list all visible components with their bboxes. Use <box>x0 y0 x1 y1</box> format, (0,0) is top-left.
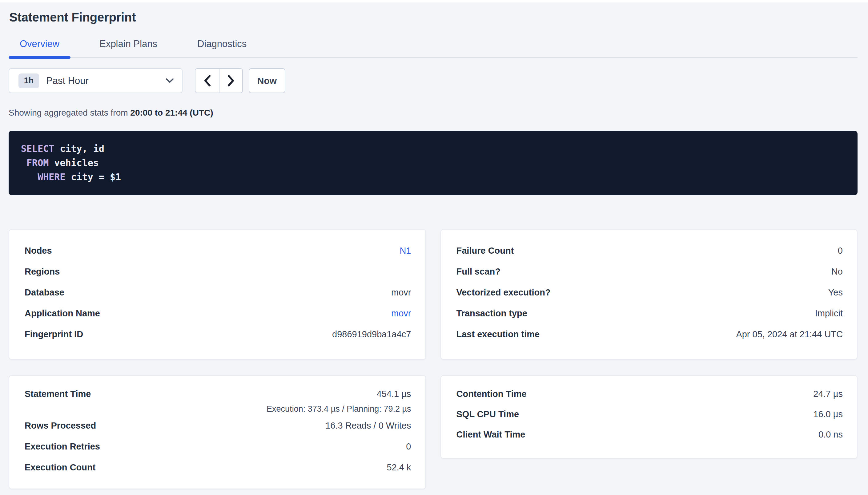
regions-label: Regions <box>24 267 60 277</box>
contention-time-label: Contention Time <box>457 389 527 399</box>
tab-diagnostics[interactable]: Diagnostics <box>186 39 258 57</box>
contention-time-value: 24.7 µs <box>813 389 843 399</box>
sql-cpu-time-value: 16.0 µs <box>813 409 843 420</box>
time-range-dropdown[interactable]: 1h Past Hour <box>9 68 182 93</box>
table-row: Application Name movr <box>24 303 411 324</box>
table-row: Execution Retries 0 <box>24 436 411 457</box>
table-row: Client Wait Time 0.0 ns <box>457 424 843 445</box>
full-scan-label: Full scan? <box>457 267 501 277</box>
time-toolbar: 1h Past Hour Now <box>9 68 857 93</box>
statement-time-label: Statement Time <box>24 389 91 399</box>
failure-count-label: Failure Count <box>457 246 514 256</box>
last-execution-time-value: Apr 05, 2024 at 21:44 UTC <box>736 329 843 339</box>
failure-count-value: 0 <box>838 246 843 256</box>
time-window-arrows <box>195 68 243 93</box>
statement-time-value: 454.1 µs <box>377 389 411 399</box>
page-title: Statement Fingerprint <box>9 10 857 24</box>
transaction-type-label: Transaction type <box>457 308 527 319</box>
tab-bar: Overview Explain Plans Diagnostics <box>9 39 857 58</box>
execution-attributes-card: Failure Count 0 Full scan? No Vectorized… <box>440 229 858 360</box>
table-row: Execution Count 52.4 k <box>24 457 411 478</box>
aggregated-stats-note-prefix: Showing aggregated stats from <box>9 108 128 117</box>
tab-diagnostics-label: Diagnostics <box>197 38 247 49</box>
fingerprint-id-value: d986919d9ba1a4c7 <box>332 329 411 339</box>
sql-cpu-time-label: SQL CPU Time <box>457 409 519 420</box>
time-interval-badge: 1h <box>18 73 39 88</box>
database-label: Database <box>24 288 64 297</box>
fingerprint-id-label: Fingerprint ID <box>24 329 83 339</box>
execution-count-label: Execution Count <box>24 462 95 473</box>
sql-statement-box: SELECT city, id FROM vehicles WHERE city… <box>9 131 857 195</box>
execution-retries-value: 0 <box>406 442 411 451</box>
vectorized-execution-value: Yes <box>828 288 843 297</box>
table-row: SQL CPU Time 16.0 µs <box>457 404 843 424</box>
nodes-label: Nodes <box>24 246 52 256</box>
table-row: Full scan? No <box>457 261 843 282</box>
chevron-down-icon <box>166 78 174 83</box>
table-row: Statement Time 454.1 µs Execution: 373.4… <box>24 385 411 415</box>
table-row: Rows Processed 16.3 Reads / 0 Writes <box>24 415 411 436</box>
statement-details-card: Nodes N1 Regions Database movr Applicati… <box>9 229 426 360</box>
nodes-value-link[interactable]: N1 <box>399 246 411 256</box>
next-time-window-button[interactable] <box>219 69 242 92</box>
transaction-type-value: Implicit <box>815 308 843 319</box>
table-row: Failure Count 0 <box>457 240 843 261</box>
statement-fingerprint-page: Statement Fingerprint Overview Explain P… <box>0 10 868 489</box>
table-row: Regions <box>24 261 411 282</box>
execution-retries-label: Execution Retries <box>24 442 100 451</box>
tab-overview-label: Overview <box>20 38 60 49</box>
database-value: movr <box>391 288 411 297</box>
table-row: Database movr <box>24 282 411 303</box>
application-name-label: Application Name <box>24 308 100 319</box>
full-scan-value: No <box>831 267 843 277</box>
statement-timing-card: Statement Time 454.1 µs Execution: 373.4… <box>9 375 426 489</box>
client-wait-time-label: Client Wait Time <box>457 429 525 440</box>
previous-time-window-button[interactable] <box>195 69 219 92</box>
rows-processed-value: 16.3 Reads / 0 Writes <box>325 421 411 431</box>
top-strip <box>0 0 868 2</box>
table-row: Nodes N1 <box>24 240 411 261</box>
table-row: Transaction type Implicit <box>457 303 843 324</box>
table-row: Vectorized execution? Yes <box>457 282 843 303</box>
aggregated-stats-time-range: 20:00 to 21:44 (UTC) <box>130 108 213 117</box>
statement-time-breakdown: Execution: 373.4 µs / Planning: 79.2 µs <box>24 403 411 415</box>
time-range-selected-label: Past Hour <box>46 75 166 86</box>
summary-cards-grid: Nodes N1 Regions Database movr Applicati… <box>9 229 857 489</box>
wait-times-card: Contention Time 24.7 µs SQL CPU Time 16.… <box>440 375 858 459</box>
tab-explain-plans-label: Explain Plans <box>99 38 157 49</box>
rows-processed-label: Rows Processed <box>24 421 96 431</box>
execution-count-value: 52.4 k <box>387 462 411 473</box>
sql-line: SELECT city, id <box>21 142 845 156</box>
client-wait-time-value: 0.0 ns <box>818 429 843 440</box>
vectorized-execution-label: Vectorized execution? <box>457 288 551 297</box>
aggregated-stats-note: Showing aggregated stats from 20:00 to 2… <box>9 108 857 118</box>
table-row: Fingerprint ID d986919d9ba1a4c7 <box>24 324 411 345</box>
now-button[interactable]: Now <box>249 68 285 93</box>
sql-line: WHERE city = $1 <box>21 170 845 184</box>
tab-overview[interactable]: Overview <box>9 39 70 57</box>
table-row: Contention Time 24.7 µs <box>457 384 843 404</box>
last-execution-time-label: Last execution time <box>457 329 540 339</box>
chevron-left-icon <box>203 75 211 87</box>
tab-explain-plans[interactable]: Explain Plans <box>88 39 168 57</box>
sql-line: FROM vehicles <box>21 156 845 170</box>
chevron-right-icon <box>227 75 235 87</box>
table-row: Last execution time Apr 05, 2024 at 21:4… <box>457 324 843 345</box>
application-name-value-link[interactable]: movr <box>391 308 411 319</box>
